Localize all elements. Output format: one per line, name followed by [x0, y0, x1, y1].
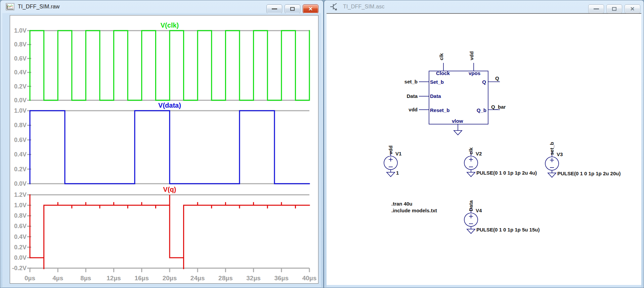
- window-controls: ✕: [266, 4, 318, 13]
- minimize-icon: [272, 8, 277, 9]
- svg-text:20µs: 20µs: [163, 275, 177, 282]
- minimize-button[interactable]: [266, 4, 282, 13]
- svg-text:PULSE(0 1 0 1p 1p 5u 15u): PULSE(0 1 0 1p 1p 5u 15u): [476, 227, 540, 232]
- ground-icon: [467, 229, 475, 233]
- svg-text:0.8V: 0.8V: [14, 212, 27, 219]
- svg-text:0.4V: 0.4V: [14, 233, 27, 240]
- minimize-icon: [594, 8, 599, 9]
- spice-directive[interactable]: .include models.txt: [391, 208, 437, 213]
- schematic-window: TI_DFF_SIM.asc ✕ ClockclkvposvddSet_bset…: [324, 0, 644, 288]
- schematic-titlebar[interactable]: TI_DFF_SIM.asc ✕: [324, 0, 644, 13]
- minimize-button[interactable]: [588, 4, 604, 13]
- svg-text:PULSE(0 1 0 1p 1p 2u 4u): PULSE(0 1 0 1p 1p 2u 4u): [476, 170, 537, 176]
- svg-text:8µs: 8µs: [80, 275, 91, 282]
- svg-text:V1: V1: [395, 151, 401, 156]
- svg-text:0.8V: 0.8V: [14, 41, 27, 48]
- close-icon: ✕: [308, 6, 313, 12]
- plot-pane[interactable]: 1.0V0.8V0.6V0.4V0.2V0.0VV(clk)1.0V0.8V0.…: [10, 15, 318, 284]
- trace-vq: [30, 195, 309, 269]
- pane-vclk: 1.0V0.8V0.6V0.4V0.2V0.0VV(clk): [14, 22, 309, 104]
- waveform-window: TI_DFF_SIM.raw ✕ 1.0V0.8V0.6V0.4V0.2V0.0…: [0, 0, 324, 288]
- svg-text:vlow: vlow: [452, 118, 463, 124]
- svg-text:40µs: 40µs: [302, 275, 317, 282]
- svg-text:Data: Data: [468, 200, 474, 211]
- svg-text:Q: Q: [482, 79, 486, 85]
- svg-text:vdd: vdd: [388, 145, 393, 154]
- maximize-icon: [290, 7, 295, 11]
- svg-text:clk: clk: [468, 147, 474, 154]
- ground-icon: [454, 131, 462, 135]
- transistor-icon: [330, 3, 340, 11]
- voltage-source-v2[interactable]: clkV2PULSE(0 1 0 1p 1p 2u 4u): [464, 147, 537, 177]
- svg-text:0.6V: 0.6V: [14, 55, 27, 62]
- svg-text:Q_b: Q_b: [477, 107, 486, 113]
- svg-text:0.2V: 0.2V: [14, 244, 27, 251]
- maximize-icon: [612, 7, 616, 11]
- waveform-plot-svg: 1.0V0.8V0.6V0.4V0.2V0.0VV(clk)1.0V0.8V0.…: [10, 15, 319, 284]
- svg-text:V(data): V(data): [158, 102, 181, 109]
- dff-symbol[interactable]: ClockclkvposvddSet_bset_bDataDataReset_b…: [404, 51, 506, 135]
- svg-text:set_b: set_b: [404, 79, 418, 84]
- ground-icon: [387, 172, 395, 177]
- voltage-source-v4[interactable]: DataV4PULSE(0 1 0 1p 1p 5u 15u): [464, 200, 540, 233]
- svg-text:Q_bar: Q_bar: [491, 104, 506, 110]
- schematic-client: ClockclkvposvddSet_bset_bDataDataReset_b…: [327, 13, 641, 288]
- maximize-button[interactable]: [285, 4, 300, 13]
- maximize-button[interactable]: [606, 4, 622, 13]
- svg-text:0.4V: 0.4V: [14, 69, 27, 76]
- schematic-svg: ClockclkvposvddSet_bset_bDataDataReset_b…: [327, 14, 642, 286]
- trace-vclk: [30, 31, 309, 100]
- pane-vdata: 1.0V0.8V0.6V0.4V0.2V0.0VV(data): [14, 102, 309, 187]
- waveform-titlebar[interactable]: TI_DFF_SIM.raw ✕: [0, 0, 323, 13]
- svg-text:Clock: Clock: [436, 70, 450, 76]
- svg-text:PULSE(0 1 0 1p 1p 2u 20u): PULSE(0 1 0 1p 1p 2u 20u): [557, 171, 620, 176]
- svg-text:0.4V: 0.4V: [14, 151, 27, 158]
- svg-text:1.0V: 1.0V: [14, 27, 27, 34]
- schematic-window-title: TI_DFF_SIM.asc: [343, 4, 385, 10]
- svg-text:16µs: 16µs: [134, 275, 149, 282]
- schematic-canvas[interactable]: ClockclkvposvddSet_bset_bDataDataReset_b…: [327, 13, 641, 285]
- svg-text:1.2V: 1.2V: [14, 191, 27, 198]
- svg-text:0.0V: 0.0V: [14, 180, 27, 187]
- svg-text:V(q): V(q): [163, 186, 176, 193]
- svg-text:0.6V: 0.6V: [14, 137, 27, 143]
- pane-vq: 1.2V1.0V0.8V0.6V0.4V0.2V0.0V-0.2VV(q): [12, 186, 309, 272]
- time-axis: 0µs4µs8µs12µs16µs20µs24µs28µs32µs36µs40µ…: [25, 268, 316, 282]
- svg-text:-0.2V: -0.2V: [12, 265, 27, 272]
- svg-text:Q: Q: [495, 75, 499, 81]
- close-button[interactable]: ✕: [303, 4, 318, 13]
- svg-text:36µs: 36µs: [274, 275, 289, 282]
- svg-text:Data: Data: [430, 93, 441, 99]
- window-controls: ✕: [588, 4, 640, 13]
- svg-text:clk: clk: [438, 53, 444, 60]
- ground-icon: [548, 173, 556, 177]
- svg-text:Data: Data: [406, 93, 418, 99]
- svg-text:.tran 40u: .tran 40u: [391, 201, 413, 207]
- voltage-source-v3[interactable]: set_bV3PULSE(0 1 0 1p 1p 2u 20u): [545, 142, 620, 177]
- svg-text:V3: V3: [557, 151, 563, 157]
- svg-text:32µs: 32µs: [246, 275, 261, 282]
- svg-text:1.0V: 1.0V: [14, 202, 27, 209]
- svg-text:0.2V: 0.2V: [14, 83, 27, 90]
- spice-directive[interactable]: .tran 40u: [391, 201, 413, 207]
- close-button[interactable]: ✕: [625, 4, 640, 13]
- svg-text:V4: V4: [476, 208, 482, 213]
- svg-text:28µs: 28µs: [218, 275, 233, 282]
- svg-text:0.0V: 0.0V: [14, 254, 27, 261]
- svg-text:V2: V2: [476, 151, 482, 156]
- close-icon: ✕: [630, 6, 635, 12]
- svg-text:vpos: vpos: [469, 70, 480, 76]
- trace-vdata: [30, 111, 309, 184]
- svg-text:0µs: 0µs: [25, 275, 35, 282]
- svg-text:0.8V: 0.8V: [14, 122, 27, 129]
- svg-text:vdd: vdd: [469, 51, 474, 60]
- svg-text:0.6V: 0.6V: [14, 223, 27, 229]
- waveform-plot-icon: [6, 3, 14, 10]
- svg-text:24µs: 24µs: [190, 275, 205, 282]
- waveform-client: 1.0V0.8V0.6V0.4V0.2V0.0VV(clk)1.0V0.8V0.…: [2, 13, 321, 288]
- svg-text:1.0V: 1.0V: [14, 107, 27, 114]
- svg-text:Reset_b: Reset_b: [430, 107, 449, 113]
- svg-text:set_b: set_b: [549, 142, 555, 155]
- ground-icon: [467, 172, 475, 177]
- voltage-source-v1[interactable]: vddV11: [384, 145, 401, 177]
